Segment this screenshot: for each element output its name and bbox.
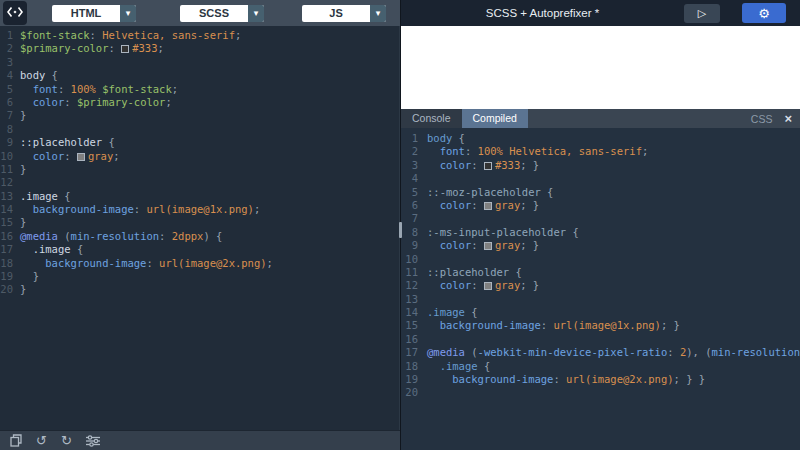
code-line: 12 [0,176,399,189]
line-number: 8 [0,123,20,136]
tab-compiled[interactable]: Compiled [462,109,528,128]
line-number: 3 [401,159,427,172]
line-number: 5 [0,83,20,96]
run-button[interactable]: ▷ [684,4,720,23]
code-line: 17@media (-webkit-min-device-pixel-ratio… [401,346,800,359]
code-line: 7} [0,109,399,122]
code-line: 17 .image { [0,243,399,256]
code-line: 16@media (min-resolution: 2dppx) { [0,230,399,243]
copy-icon[interactable] [10,434,22,447]
line-number: 13 [401,293,427,306]
color-swatch [484,242,492,250]
code-line: 4body { [0,69,399,82]
code-line: 14.image { [401,306,800,319]
code-line: 9 color: gray; } [401,239,800,252]
code-line: 15 background-image: url(image@1x.png); … [401,319,800,332]
play-icon: ▷ [698,7,706,20]
editor-toolbar: ↺ ↻ [0,430,400,450]
code-line: 12 color: gray; } [401,279,800,292]
code-line: 13 [401,293,800,306]
line-number: 3 [0,56,20,69]
settings-button[interactable]: ⚙ [742,3,786,23]
app-window: HTML ▾ SCSS ▾ JS ▾ 1$font-stack: Helveti… [0,0,800,450]
app-logo[interactable] [3,1,27,25]
code-line: 11} [0,163,399,176]
line-number: 15 [0,216,20,229]
gear-icon: ⚙ [758,6,770,21]
undo-icon[interactable]: ↺ [36,432,47,450]
line-number: 16 [0,230,20,243]
panel-select-html[interactable]: HTML ▾ [52,5,136,22]
color-swatch [121,45,129,53]
code-line: 6 color: $primary-color; [0,96,399,109]
code-line: 4 [401,172,800,185]
redo-icon[interactable]: ↻ [61,432,72,450]
code-line: 14 background-image: url(image@1x.png); [0,203,399,216]
close-icon[interactable]: × [784,109,792,128]
line-number: 6 [0,96,20,109]
select-label: SCSS [180,5,248,22]
line-number: 12 [401,279,427,292]
select-label: JS [302,5,370,22]
panel-select-js[interactable]: JS ▾ [302,5,386,22]
scss-code-editor[interactable]: 1$font-stack: Helvetica, sans-serif;2$pr… [0,26,400,430]
chevron-down-icon: ▾ [120,5,136,22]
line-number: 8 [401,226,427,239]
line-number: 19 [401,373,427,386]
line-number: 11 [401,266,427,279]
chevron-down-icon: ▾ [370,5,386,22]
select-label: HTML [52,5,120,22]
code-line: 16 [401,333,800,346]
code-line: 7 [401,212,800,225]
line-number: 2 [401,145,427,158]
tab-console[interactable]: Console [401,109,462,128]
code-line: 8:-ms-input-placeholder { [401,226,800,239]
color-swatch [484,202,492,210]
code-line: 3 [0,56,399,69]
result-header: SCSS + Autoprefixer * ▷ ⚙ [401,0,800,26]
code-line: 5::-moz-placeholder { [401,186,800,199]
line-number: 19 [0,270,20,283]
editor-topbar: HTML ▾ SCSS ▾ JS ▾ [0,0,400,26]
line-number: 11 [0,163,20,176]
page-title: SCSS + Autoprefixer * [401,7,684,19]
line-number: 4 [401,172,427,185]
line-number: 20 [0,283,20,296]
line-number: 17 [0,243,20,256]
code-line: 10 [401,253,800,266]
color-swatch [77,153,85,161]
line-number: 5 [401,186,427,199]
line-number: 10 [401,253,427,266]
code-line: 2$primary-color: #333; [0,42,399,55]
line-number: 9 [401,239,427,252]
line-number: 12 [0,176,20,189]
line-number: 6 [401,199,427,212]
pane-divider-handle[interactable] [399,222,402,238]
line-number: 14 [0,203,20,216]
css-mode-label: CSS [751,113,773,125]
code-line: 18 .image { [401,360,800,373]
code-line: 2 font: 100% Helvetica, sans-serif; [401,145,800,158]
code-line: 20 [401,386,800,399]
line-number: 15 [401,319,427,332]
code-line: 5 font: 100% $font-stack; [0,83,399,96]
line-number: 2 [0,42,20,55]
line-number: 7 [401,212,427,225]
line-number: 9 [0,136,20,149]
line-number: 20 [401,386,427,399]
line-number: 13 [0,190,20,203]
color-swatch [484,162,492,170]
code-line: 6 color: gray; } [401,199,800,212]
code-line: 11::placeholder { [401,266,800,279]
code-line: 15} [0,216,399,229]
sliders-icon[interactable] [86,435,100,447]
code-line: 19 } [0,270,399,283]
line-number: 1 [401,132,427,145]
code-line: 19 background-image: url(image@2x.png); … [401,373,800,386]
panel-select-scss[interactable]: SCSS ▾ [180,5,264,22]
line-number: 10 [0,150,20,163]
line-number: 7 [0,109,20,122]
line-number: 18 [401,360,427,373]
compiled-css-panel[interactable]: 1body {2 font: 100% Helvetica, sans-seri… [401,128,800,450]
code-line: 20} [0,283,399,296]
